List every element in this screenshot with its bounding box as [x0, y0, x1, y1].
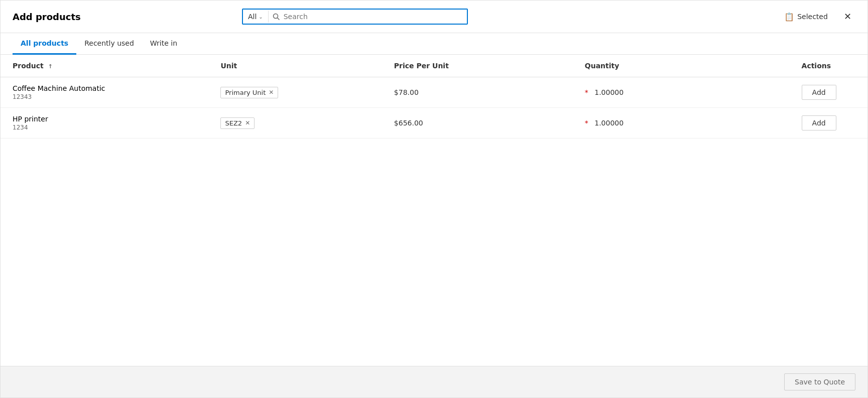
price-cell-1: $78.00 — [382, 77, 573, 108]
selected-label: Selected — [797, 13, 828, 21]
unit-cell-2: SEZ2 ✕ — [208, 108, 382, 139]
product-cell-1: Coffee Machine Automatic 12343 — [1, 77, 208, 108]
search-icon — [269, 13, 284, 20]
quantity-input-1[interactable] — [594, 88, 645, 96]
unit-tag-1: Primary Unit ✕ — [220, 87, 278, 98]
product-code-2: 1234 — [13, 124, 196, 131]
col-header-price: Price Per Unit — [382, 55, 573, 77]
unit-tag-2: SEZ2 ✕ — [220, 117, 255, 129]
price-cell-2: $656.00 — [382, 108, 573, 139]
product-name-2: HP printer — [13, 115, 196, 123]
products-table-container: Product ↑ Unit Price Per Unit Quantity A… — [1, 55, 867, 366]
required-star-2: * — [585, 119, 588, 127]
search-filter-dropdown[interactable]: All ⌄ — [243, 11, 269, 23]
table-row: Coffee Machine Automatic 12343 Primary U… — [1, 77, 867, 108]
modal-title: Add products — [13, 12, 81, 22]
required-star-1: * — [585, 88, 588, 96]
tabs-container: All products Recently used Write in — [1, 33, 867, 55]
tab-all-products[interactable]: All products — [13, 33, 76, 55]
col-header-product[interactable]: Product ↑ — [1, 55, 208, 77]
unit-tag-close-2[interactable]: ✕ — [245, 120, 250, 126]
product-cell-2: HP printer 1234 — [1, 108, 208, 139]
header-right: 📋 Selected ✕ — [782, 10, 855, 24]
table-header-row: Product ↑ Unit Price Per Unit Quantity A… — [1, 55, 867, 77]
col-header-actions: Actions — [790, 55, 867, 77]
actions-cell-2: Add — [790, 108, 867, 139]
svg-line-1 — [277, 18, 279, 20]
search-container: All ⌄ — [242, 9, 468, 25]
unit-cell-1: Primary Unit ✕ — [208, 77, 382, 108]
add-products-modal: Add products All ⌄ 📋 Selected ✕ — [0, 0, 868, 398]
clipboard-icon: 📋 — [784, 12, 794, 22]
product-name-1: Coffee Machine Automatic — [13, 84, 196, 92]
add-button-1[interactable]: Add — [802, 85, 836, 100]
search-input[interactable] — [284, 10, 467, 24]
quantity-cell-2: * — [573, 108, 790, 139]
close-button[interactable]: ✕ — [840, 10, 855, 23]
table-row: HP printer 1234 SEZ2 ✕ $656.00 * — [1, 108, 867, 139]
actions-cell-1: Add — [790, 77, 867, 108]
save-to-quote-button[interactable]: Save to Quote — [784, 373, 855, 390]
sort-icon: ↑ — [48, 63, 53, 70]
tab-recently-used[interactable]: Recently used — [76, 33, 142, 55]
selected-button[interactable]: 📋 Selected — [782, 10, 830, 24]
col-header-unit: Unit — [208, 55, 382, 77]
col-header-quantity: Quantity — [573, 55, 790, 77]
tab-write-in[interactable]: Write in — [142, 33, 185, 55]
modal-header: Add products All ⌄ 📋 Selected ✕ — [1, 1, 867, 33]
price-value-1: $78.00 — [394, 88, 419, 96]
unit-tag-close-1[interactable]: ✕ — [269, 89, 274, 95]
quantity-cell-1: * — [573, 77, 790, 108]
product-code-1: 12343 — [13, 93, 196, 100]
search-filter-label: All — [248, 13, 257, 21]
quantity-input-2[interactable] — [594, 119, 645, 127]
add-button-2[interactable]: Add — [802, 115, 836, 130]
chevron-down-icon: ⌄ — [259, 14, 263, 20]
products-table: Product ↑ Unit Price Per Unit Quantity A… — [1, 55, 867, 139]
price-value-2: $656.00 — [394, 119, 423, 127]
modal-footer: Save to Quote — [1, 366, 867, 397]
